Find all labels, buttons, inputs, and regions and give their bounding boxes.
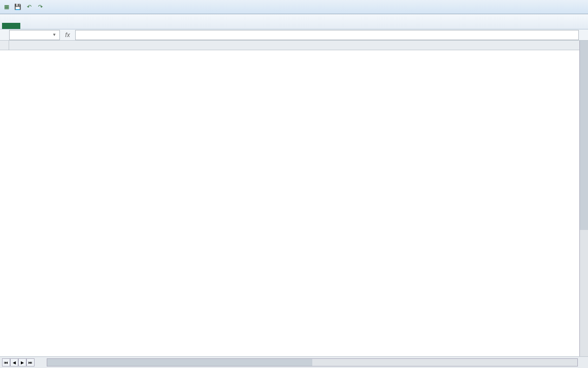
ribbon-tabs bbox=[0, 14, 588, 29]
horizontal-scrollbar-thumb[interactable] bbox=[47, 359, 312, 366]
column-headers bbox=[9, 41, 588, 50]
formula-input[interactable] bbox=[75, 30, 579, 40]
sheet-nav-first-icon[interactable]: ⏮ bbox=[2, 358, 10, 366]
name-box-dropdown-icon[interactable]: ▼ bbox=[52, 32, 56, 37]
horizontal-scrollbar[interactable] bbox=[47, 358, 578, 366]
select-all-corner[interactable] bbox=[0, 41, 9, 50]
sheet-nav-next-icon[interactable]: ▶ bbox=[18, 358, 26, 366]
tab-page-layout[interactable] bbox=[49, 23, 63, 29]
quick-access-toolbar: ▦ 💾 ↶ ↷ bbox=[2, 3, 45, 12]
formula-bar: ▼ fx bbox=[0, 29, 588, 41]
spreadsheet-grid bbox=[0, 41, 588, 356]
tab-file[interactable] bbox=[2, 23, 20, 29]
undo-icon[interactable]: ↶ bbox=[24, 3, 34, 12]
vertical-scrollbar-thumb[interactable] bbox=[580, 41, 588, 230]
sheet-nav-prev-icon[interactable]: ◀ bbox=[10, 358, 18, 366]
tab-home[interactable] bbox=[20, 23, 35, 29]
tab-formulas[interactable] bbox=[63, 23, 77, 29]
tab-insert[interactable] bbox=[35, 23, 49, 29]
sheet-nav-buttons: ⏮ ◀ ▶ ⏭ bbox=[0, 358, 35, 366]
sheet-nav-last-icon[interactable]: ⏭ bbox=[26, 358, 35, 366]
excel-icon: ▦ bbox=[2, 3, 11, 12]
row-header-column bbox=[0, 41, 9, 356]
name-box[interactable]: ▼ bbox=[9, 30, 60, 40]
fx-icon[interactable]: fx bbox=[60, 31, 75, 39]
title-bar: ▦ 💾 ↶ ↷ bbox=[0, 0, 588, 14]
save-icon[interactable]: 💾 bbox=[13, 3, 22, 12]
redo-icon[interactable]: ↷ bbox=[36, 3, 45, 12]
sheet-tab-bar: ⏮ ◀ ▶ ⏭ bbox=[0, 356, 588, 368]
sheet-area bbox=[9, 41, 588, 356]
vertical-scrollbar[interactable] bbox=[579, 41, 588, 356]
